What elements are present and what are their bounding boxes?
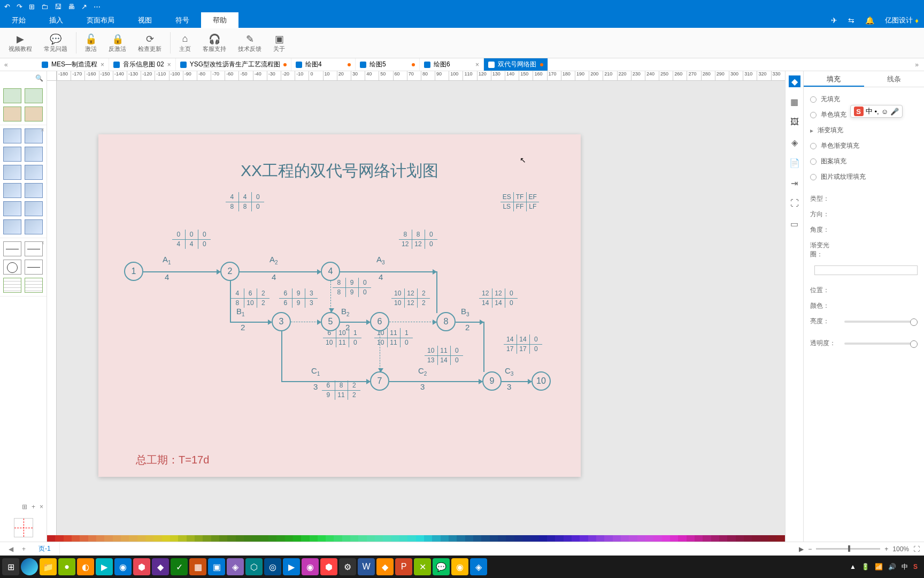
page-tab-1[interactable]: 页-1 <box>30 542 60 556</box>
save-icon[interactable]: 🖫 <box>55 3 61 11</box>
add-library-icon[interactable]: ⊞ <box>22 503 27 511</box>
edge-icon[interactable] <box>21 558 38 575</box>
app-icon[interactable]: ◐ <box>77 558 94 575</box>
app-icon[interactable]: ◉ <box>451 558 468 575</box>
node-1[interactable]: 1 <box>124 262 143 281</box>
system-tray[interactable]: ▲🔋📶🔊中S <box>850 562 922 572</box>
app-icon[interactable]: ◆ <box>152 558 169 575</box>
opacity-slider[interactable]: .panel-slider.op::after{right:auto;left:… <box>844 343 918 345</box>
zoom-out-icon[interactable]: − <box>808 545 812 553</box>
app-icon[interactable]: ◈ <box>227 558 244 575</box>
menu-insert[interactable]: 插入 <box>37 12 75 28</box>
canvas[interactable]: -180-170-160-150-140-130-120-110-100-90-… <box>47 71 785 542</box>
fill-texture[interactable]: 图片或纹理填充 <box>810 169 918 185</box>
app-icon[interactable]: ✓ <box>171 558 188 575</box>
menu-symbol[interactable]: 符号 <box>164 12 201 28</box>
page-icon[interactable]: 📄 <box>789 157 800 169</box>
fill-gradient[interactable]: ▸渐变填充 <box>810 123 918 138</box>
doc-tab-1[interactable]: 音乐信息图 02× <box>109 58 176 71</box>
app-icon[interactable]: ◈ <box>470 558 487 575</box>
undo-icon[interactable]: ↶ <box>4 3 10 11</box>
node-3[interactable]: 3 <box>272 312 291 331</box>
ime-toolbar[interactable]: S中•,☺🎤 <box>850 105 903 118</box>
bell-icon[interactable]: 🔔 <box>860 16 880 25</box>
shape-thumb[interactable] <box>25 147 43 162</box>
layers-icon[interactable]: ◈ <box>789 136 800 148</box>
close-icon[interactable]: × <box>41 126 44 134</box>
shape-thumb[interactable] <box>3 165 21 180</box>
gradient-preview[interactable] <box>814 265 918 275</box>
doc-tab-4[interactable]: 绘图5 <box>356 58 420 71</box>
shape-thumb[interactable] <box>25 183 43 198</box>
fill-tool-icon[interactable]: ◆ <box>789 75 800 87</box>
shape-grid[interactable] <box>25 278 43 293</box>
shape-thumb[interactable] <box>3 88 21 103</box>
shape-thumb[interactable] <box>3 219 21 234</box>
ribbon-about[interactable]: ▣关于 <box>268 31 290 55</box>
shape-thumb[interactable] <box>25 219 43 234</box>
expand-tabs-icon[interactable]: » <box>910 61 924 69</box>
shape-thumb[interactable] <box>3 128 21 143</box>
ribbon-video[interactable]: ▶视频教程 <box>3 31 37 55</box>
ribbon-faq[interactable]: 💬常见问题 <box>38 31 73 55</box>
open-icon[interactable]: 🗀 <box>41 3 48 11</box>
shape-thumb[interactable] <box>25 88 43 103</box>
export-icon[interactable]: ↗ <box>81 3 87 11</box>
connect-icon[interactable]: ⇥ <box>789 177 800 189</box>
ribbon-activate[interactable]: 🔓激活 <box>80 31 102 55</box>
menu-view[interactable]: 视图 <box>126 12 164 28</box>
explorer-icon[interactable]: 📁 <box>40 558 57 575</box>
app-icon[interactable]: ◎ <box>264 558 281 575</box>
app-icon[interactable]: ● <box>58 558 75 575</box>
panel-tab-line[interactable]: 线条 <box>864 71 925 87</box>
more-icon[interactable]: ⋯ <box>94 3 101 11</box>
gear-icon[interactable]: ⚙ <box>339 558 356 575</box>
send-icon[interactable]: ✈ <box>826 16 843 25</box>
ribbon-support[interactable]: 🎧客服支持 <box>197 31 232 55</box>
doc-tab-0[interactable]: MES—制造流程× <box>37 58 109 71</box>
shape-thumb[interactable] <box>3 147 21 162</box>
node-2[interactable]: 2 <box>220 262 240 281</box>
shape-grid[interactable] <box>3 278 21 293</box>
search-icon[interactable]: 🔍 <box>0 71 47 85</box>
share-icon[interactable]: ⇆ <box>843 16 860 25</box>
app-icon[interactable]: ✕ <box>414 558 431 575</box>
app-icon[interactable]: ◆ <box>376 558 394 575</box>
menu-start[interactable]: 开始 <box>0 12 37 28</box>
doc-tab-2[interactable]: YSG型改性沥青生产工艺流程图 <box>176 58 291 71</box>
image-tool-icon[interactable]: 🖼 <box>789 116 800 128</box>
add-icon[interactable]: + <box>32 503 35 511</box>
doc-tab-5[interactable]: 绘图6× <box>420 58 484 71</box>
grid-tool-icon[interactable]: ▦ <box>789 96 800 108</box>
ribbon-home[interactable]: ⌂主页 <box>174 31 196 55</box>
shape-line[interactable] <box>25 260 43 275</box>
collapse-left-icon[interactable]: « <box>4 61 8 69</box>
shape-line[interactable] <box>3 241 21 256</box>
app-icon[interactable]: ⬡ <box>245 558 263 575</box>
shape-line[interactable] <box>25 241 43 256</box>
panel-tab-fill[interactable]: 填充 <box>804 71 864 87</box>
ribbon-deactivate[interactable]: 🔒反激活 <box>103 31 132 55</box>
shape-thumb[interactable] <box>3 183 21 198</box>
node-4[interactable]: 4 <box>321 262 340 281</box>
node-6[interactable]: 6 <box>370 312 389 331</box>
play-icon[interactable]: ▶ <box>799 545 804 553</box>
node-9[interactable]: 9 <box>482 371 502 391</box>
ribbon-feedback[interactable]: ✎技术反馈 <box>233 31 267 55</box>
color-palette[interactable] <box>47 535 785 542</box>
app-icon[interactable]: ◉ <box>114 558 132 575</box>
fill-pattern[interactable]: 图案填充 <box>810 154 918 169</box>
add-page-icon[interactable]: + <box>18 545 30 553</box>
redo-icon[interactable]: ↷ <box>17 3 22 11</box>
node-10[interactable]: 10 <box>532 371 551 391</box>
node-8[interactable]: 8 <box>436 312 456 331</box>
app-icon[interactable]: ⬢ <box>133 558 150 575</box>
zoom-in-icon[interactable]: + <box>884 545 888 553</box>
shape-thumb[interactable] <box>25 107 43 121</box>
expand-icon[interactable]: ⛶ <box>789 197 800 209</box>
shape-thumb[interactable] <box>3 201 21 216</box>
app-icon[interactable]: ▦ <box>189 558 206 575</box>
shape-thumb[interactable] <box>25 128 43 143</box>
fit-icon[interactable]: ⛶ <box>913 545 920 553</box>
fill-mono-gradient[interactable]: 单色渐变填充 <box>810 138 918 154</box>
